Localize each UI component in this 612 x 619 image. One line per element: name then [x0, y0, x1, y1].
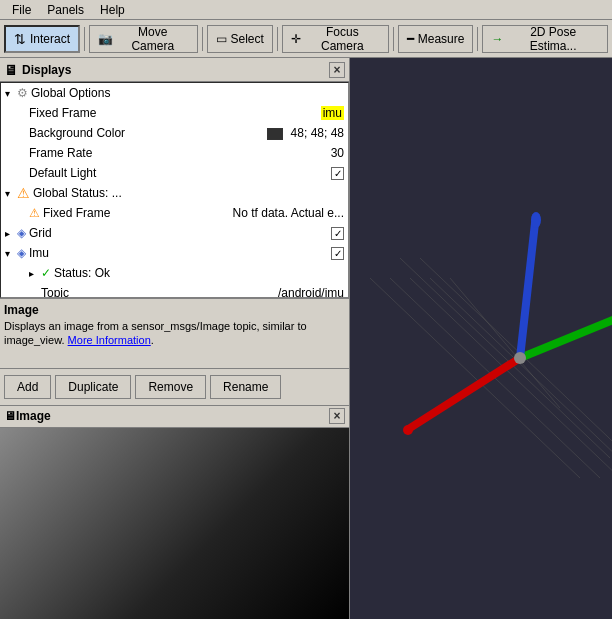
color-swatch [267, 128, 283, 140]
bg-color-value[interactable]: 48; 48; 48 [267, 126, 344, 140]
global-options-label: Global Options [31, 86, 348, 100]
expand-global-options[interactable]: ▾ [5, 88, 17, 99]
imu-checkbox[interactable] [331, 247, 344, 260]
grid-label: Grid [29, 226, 331, 240]
toolbar: ⇅ Interact 📷 Move Camera ▭ Select ✛ Focu… [0, 20, 612, 58]
description-text: Displays an image from a sensor_msgs/Ima… [4, 319, 345, 348]
svg-point-8 [403, 425, 413, 435]
warning-icon-2: ⚠ [29, 206, 40, 220]
main-area: 🖥 Displays × ▾ ⚙ Global Options Fixed Fr… [0, 58, 612, 619]
image-panel: 🖥 Image × [0, 405, 349, 620]
tree-item-topic[interactable]: Topic /android/imu [1, 283, 348, 298]
status-ok-label: Status: Ok [54, 266, 348, 280]
svg-line-5 [430, 278, 612, 478]
menu-help[interactable]: Help [92, 1, 133, 19]
tree-container[interactable]: ▾ ⚙ Global Options Fixed Frame imu Backg… [0, 82, 349, 298]
select-icon: ▭ [216, 32, 227, 46]
separator-5 [477, 27, 478, 51]
2d-pose-button[interactable]: → 2D Pose Estima... [482, 25, 608, 53]
focus-camera-button[interactable]: ✛ Focus Camera [282, 25, 389, 53]
default-light-checkbox[interactable] [331, 167, 344, 180]
duplicate-button[interactable]: Duplicate [55, 375, 131, 399]
fixed-frame-label: Fixed Frame [29, 106, 321, 120]
separator-3 [277, 27, 278, 51]
svg-line-4 [410, 278, 612, 478]
checkmark-icon: ✓ [41, 266, 51, 280]
image-monitor-icon: 🖥 [4, 409, 16, 423]
imu-icon: ◈ [17, 246, 26, 260]
tree-item-imu[interactable]: ▾ ◈ Imu [1, 243, 348, 263]
frame-rate-value[interactable]: 30 [331, 146, 344, 160]
svg-point-12 [531, 212, 541, 228]
2d-pose-label: 2D Pose Estima... [507, 25, 599, 53]
remove-button[interactable]: Remove [135, 375, 206, 399]
fixed-frame-warn-value: No tf data. Actual e... [233, 206, 344, 220]
grid-checkbox[interactable] [331, 227, 344, 240]
tree-item-global-options[interactable]: ▾ ⚙ Global Options [1, 83, 348, 103]
monitor-icon: 🖥 [4, 62, 18, 78]
expand-global-status[interactable]: ▾ [5, 188, 17, 199]
description-area: Image Displays an image from a sensor_ms… [0, 298, 349, 368]
imu-checkbox-value[interactable] [331, 246, 344, 260]
tree-item-grid[interactable]: ▸ ◈ Grid [1, 223, 348, 243]
select-label: Select [231, 32, 264, 46]
imu-label: Imu [29, 246, 331, 260]
tree-item-fixed-frame-warn[interactable]: ⚠ Fixed Frame No tf data. Actual e... [1, 203, 348, 223]
image-gradient [0, 428, 349, 620]
select-button[interactable]: ▭ Select [207, 25, 273, 53]
image-panel-close-button[interactable]: × [329, 408, 345, 424]
gear-icon: ⚙ [17, 86, 28, 100]
menubar: File Panels Help [0, 0, 612, 20]
svg-line-9 [520, 313, 612, 358]
3d-viewport[interactable] [350, 58, 612, 619]
interact-label: Interact [30, 32, 70, 46]
expand-grid[interactable]: ▸ [5, 228, 17, 239]
topic-label: Topic [41, 286, 278, 298]
image-panel-header: 🖥 Image × [0, 406, 349, 428]
menu-file[interactable]: File [4, 1, 39, 19]
left-panel: 🖥 Displays × ▾ ⚙ Global Options Fixed Fr… [0, 58, 350, 619]
bg-color-label: Background Color [29, 126, 267, 140]
focus-camera-icon: ✛ [291, 32, 301, 46]
fixed-frame-value[interactable]: imu [321, 106, 344, 120]
description-body: Displays an image from a sensor_msgs/Ima… [4, 320, 307, 346]
description-title: Image [4, 303, 345, 317]
default-light-value[interactable] [331, 166, 344, 180]
rename-button[interactable]: Rename [210, 375, 281, 399]
tree-item-frame-rate[interactable]: Frame Rate 30 [1, 143, 348, 163]
expand-status-ok[interactable]: ▸ [29, 268, 41, 279]
tree-item-bg-color[interactable]: Background Color 48; 48; 48 [1, 123, 348, 143]
displays-close-button[interactable]: × [329, 62, 345, 78]
focus-camera-label: Focus Camera [305, 25, 380, 53]
svg-point-13 [514, 352, 526, 364]
separator-2 [202, 27, 203, 51]
interact-icon: ⇅ [14, 31, 26, 47]
2d-pose-icon: → [491, 32, 503, 46]
separator-4 [393, 27, 394, 51]
move-camera-button[interactable]: 📷 Move Camera [89, 25, 198, 53]
global-status-label: Global Status: ... [33, 186, 348, 200]
fixed-frame-warn-label: Fixed Frame [43, 206, 233, 220]
grid-checkbox-value[interactable] [331, 226, 344, 240]
measure-label: Measure [418, 32, 465, 46]
image-panel-title: Image [16, 409, 51, 423]
tree-item-status-ok[interactable]: ▸ ✓ Status: Ok [1, 263, 348, 283]
tree-item-global-status[interactable]: ▾ ⚠ Global Status: ... [1, 183, 348, 203]
interact-button[interactable]: ⇅ Interact [4, 25, 80, 53]
tree-item-fixed-frame[interactable]: Fixed Frame imu [1, 103, 348, 123]
displays-header: 🖥 Displays × [0, 58, 349, 82]
measure-button[interactable]: ━ Measure [398, 25, 474, 53]
buttons-row: Add Duplicate Remove Rename [0, 368, 349, 405]
add-button[interactable]: Add [4, 375, 51, 399]
svg-line-0 [400, 258, 610, 458]
image-display [0, 428, 349, 620]
svg-line-11 [520, 223, 535, 358]
more-info-link[interactable]: More Information [68, 334, 151, 346]
topic-value[interactable]: /android/imu [278, 286, 344, 298]
menu-panels[interactable]: Panels [39, 1, 92, 19]
expand-imu[interactable]: ▾ [5, 248, 17, 259]
axes-visualization [350, 58, 612, 619]
move-camera-label: Move Camera [117, 25, 189, 53]
grid-icon: ◈ [17, 226, 26, 240]
tree-item-default-light[interactable]: Default Light [1, 163, 348, 183]
